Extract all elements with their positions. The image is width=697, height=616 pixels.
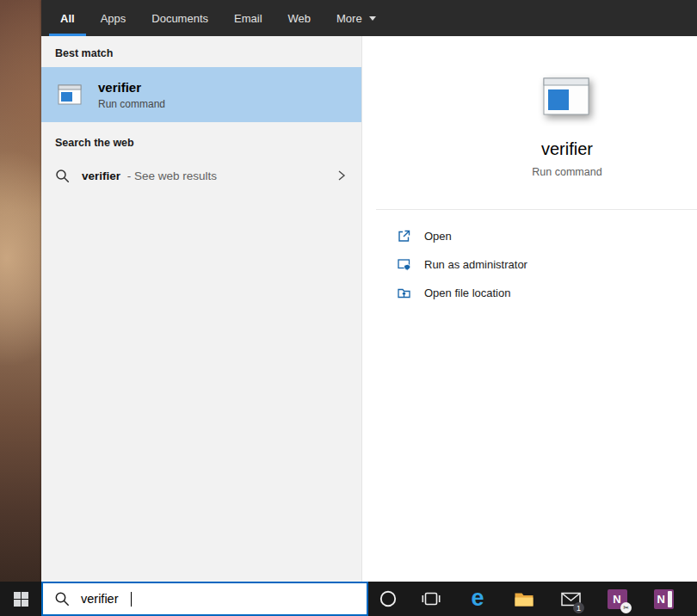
best-match-result[interactable]: verifier Run command [41,67,361,122]
tab-all-label: All [60,12,75,25]
onenote-button[interactable]: N [640,582,687,616]
best-match-title: verifier [98,80,165,95]
app-window-icon-large [362,76,697,119]
action-run-as-admin[interactable]: Run as administrator [362,250,697,279]
cortana-button[interactable] [368,582,408,616]
tab-web[interactable]: Web [288,0,311,36]
action-open-label: Open [424,230,452,243]
windows-search-screen: All Apps Documents Email Web More Best m… [0,0,697,616]
windows-logo-icon [13,591,29,607]
onenote-page-strip [668,591,672,607]
web-search-result[interactable]: verifier - See web results [41,157,361,194]
search-results-pane: Best match verifier Run command Search t… [41,36,361,582]
open-icon [397,229,411,243]
edge-icon: e [471,587,484,610]
search-icon [54,591,70,607]
tab-apps[interactable]: Apps [101,0,126,36]
file-explorer-button[interactable] [501,582,547,616]
preview-pane: verifier Run command [361,36,697,582]
text-cursor [131,592,132,607]
tab-more[interactable]: More [336,0,376,36]
file-location-icon [397,286,411,300]
action-open[interactable]: Open [362,222,697,250]
search-filter-tabs: All Apps Documents Email Web More [41,0,697,36]
action-open-file-location-label: Open file location [424,286,510,299]
taskbar-search-value: verifier [81,592,119,606]
onenote-icon: N [654,589,674,609]
action-open-file-location[interactable]: Open file location [362,279,697,307]
web-result-text: verifier - See web results [82,169,217,182]
chevron-down-icon [369,16,376,21]
tab-email[interactable]: Email [234,0,262,36]
preview-details: verifier Run command [362,36,697,307]
best-match-text: verifier Run command [98,80,165,110]
tab-web-label: Web [288,12,311,25]
tab-email-label: Email [234,12,262,25]
tab-documents-label: Documents [151,12,208,25]
search-icon [55,169,70,183]
action-run-as-admin-label: Run as administrator [424,258,527,271]
best-match-header: Best match [41,36,361,67]
desktop-wallpaper [0,0,41,582]
preview-app-title: verifier [362,139,697,159]
mail-button[interactable]: 1 [547,582,594,616]
task-view-button[interactable] [408,582,454,616]
tab-documents[interactable]: Documents [151,0,208,36]
onenote-clipper-button[interactable]: N ✂ [594,582,640,616]
clipper-scissors-badge: ✂ [620,602,632,613]
tab-all[interactable]: All [60,0,75,36]
edge-button[interactable]: e [454,582,501,616]
search-web-header: Search the web [41,122,361,157]
search-flyout-body: Best match verifier Run command Search t… [41,36,697,582]
file-explorer-icon [514,590,534,608]
taskbar-icons: e 1 N ✂ [368,582,687,616]
tab-more-label: More [336,12,362,25]
preview-app-subtitle: Run command [362,166,697,178]
preview-divider [376,209,697,210]
web-result-suffix: - See web results [127,169,217,182]
taskbar-search-input[interactable]: verifier [41,582,368,616]
search-flyout: All Apps Documents Email Web More Best m… [41,0,697,582]
tab-apps-label: Apps [101,12,126,25]
onenote-glyph: N [657,593,665,606]
onenote-clipper-glyph: N [613,593,620,606]
chevron-right-icon[interactable] [337,169,346,182]
cortana-icon [379,589,398,608]
action-list: Open Run as administrator [362,222,697,307]
web-result-query: verifier [82,169,120,182]
admin-shield-icon [397,257,411,272]
task-view-icon [422,589,441,608]
app-window-icon [55,82,84,108]
start-button[interactable] [0,582,41,616]
best-match-subtitle: Run command [98,98,165,110]
mail-unread-badge: 1 [573,602,584,613]
taskbar: verifier e [0,582,697,616]
